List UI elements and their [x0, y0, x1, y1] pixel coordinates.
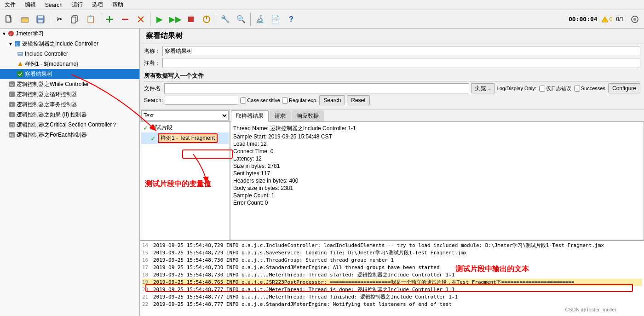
menu-item-options[interactable]: 选项 — [89, 0, 106, 10]
result-tree: ✓ 测试片段 ✓ 样例1 - Test Fragment — [140, 122, 230, 240]
tree-item-include-ctrl-label: Include Controller — [25, 51, 68, 57]
log-area[interactable]: 142019-09-25 15:54:48,729 INFO o.a.j.c.I… — [140, 240, 644, 316]
toolbar-shutdown-btn[interactable] — [199, 12, 214, 27]
log-line: 202019-09-25 15:54:48,777 INFO o.a.j.t.J… — [142, 286, 642, 293]
toolbar-add-btn[interactable] — [102, 12, 117, 27]
sep1 — [50, 13, 50, 26]
expand-arrow: ▼ — [2, 31, 6, 36]
toolbar-script-btn[interactable]: 🔧 — [218, 12, 233, 27]
svg-rect-14 — [188, 17, 194, 22]
tree-item-root[interactable]: ▼ J Jmeter学习 — [0, 29, 139, 39]
successes-checkbox-label[interactable]: Successes — [574, 86, 605, 92]
toolbar-open-btn[interactable] — [17, 12, 32, 27]
sep3 — [150, 13, 150, 26]
tree-item-loop[interactable]: L 逻辑控制器之循环控制器 — [0, 89, 139, 99]
toolbar-help-btn[interactable]: ? — [284, 12, 299, 27]
case-sensitive-checkbox[interactable] — [240, 98, 246, 103]
menu-item-help[interactable]: 帮助 — [109, 0, 126, 10]
toolbar-template-btn[interactable]: 📄 — [268, 12, 283, 27]
search-button[interactable]: Search — [319, 95, 345, 105]
toolbar-save-btn[interactable] — [33, 12, 48, 27]
menu-item-file[interactable]: 文件 — [2, 0, 18, 10]
svg-text:T: T — [10, 103, 12, 107]
svg-text:CS: CS — [10, 124, 15, 127]
file-row: 文件名 浏览... Log/Display Only: 仅日志错误 Succes… — [144, 83, 640, 93]
tree-item-sampler-label: 样例1 - ${modename} — [25, 60, 78, 68]
sep2 — [100, 13, 100, 26]
critical-icon: CS — [8, 121, 16, 128]
toolbar-clear-btn[interactable] — [133, 12, 148, 27]
tree-item-foreach-label: 逻辑控制器之ForEach控制器 — [17, 131, 87, 139]
tree-item-foreach[interactable]: FE 逻辑控制器之ForEach控制器 — [0, 130, 139, 140]
search-input[interactable] — [165, 96, 238, 105]
toolbar-function-btn[interactable]: 🔬 — [253, 12, 267, 27]
toolbar-start-no-pause-btn[interactable]: ▶▶ — [168, 12, 183, 27]
toolbar-stop-btn[interactable] — [184, 12, 198, 27]
content-area: Text JSON XML HTML Regexp Tester ✓ 测试片段 — [140, 109, 644, 240]
type-selector: Text JSON XML HTML Regexp Tester — [140, 109, 230, 122]
tree-item-while[interactable]: W 逻辑控制器之While Controller — [0, 79, 139, 89]
toolbar-start-btn[interactable]: ▶ — [152, 12, 167, 27]
menu-bar: 文件 编辑 Search 运行 选项 帮助 — [0, 0, 644, 10]
toolbar-new-btn[interactable] — [2, 12, 17, 27]
check-icon-0: ✓ — [143, 124, 149, 132]
tree-item-critical[interactable]: CS 逻辑控制器之Critical Section Controller？ — [0, 120, 139, 130]
type-select[interactable]: Text JSON XML HTML Regexp Tester — [141, 110, 229, 121]
result-item-0[interactable]: ✓ 测试片段 — [141, 123, 229, 132]
log-num: 18 — [142, 271, 153, 279]
tree-item-include-group[interactable]: ▼ C 逻辑控制器之Include Controller — [0, 39, 139, 49]
errors-checkbox[interactable] — [539, 86, 545, 92]
tab-sampler-result[interactable]: 取样器结果 — [231, 110, 269, 122]
result-item-1[interactable]: ✓ 样例1 - Test Fragment — [141, 132, 229, 144]
menu-item-edit[interactable]: 编辑 — [22, 0, 39, 10]
while-icon: W — [8, 80, 16, 88]
foreach-icon: FE — [8, 131, 16, 138]
log-num: 16 — [142, 257, 153, 264]
name-input[interactable] — [162, 46, 640, 56]
log-line: 192019-09-25 15:54:48,765 INFO o.a.j.e.J… — [142, 279, 642, 286]
toolbar-remove-btn[interactable] — [118, 12, 132, 27]
menu-item-run[interactable]: 运行 — [69, 0, 86, 10]
tab-request[interactable]: 请求 — [270, 110, 291, 121]
menu-item-search[interactable]: Search — [42, 1, 65, 9]
tree-item-transaction[interactable]: T 逻辑控制器之事务控制器 — [0, 99, 139, 109]
tree-item-if[interactable]: If 逻辑控制器之如果 (If) 控制器 — [0, 109, 139, 120]
toolbar-remote-start-btn[interactable]: 🔍 — [234, 12, 248, 27]
log-num: 22 — [142, 301, 153, 308]
transaction-icon: T — [8, 101, 16, 108]
log-display-label: Log/Display Only: — [497, 86, 536, 91]
tree-item-view-results[interactable]: 察看结果树 — [0, 69, 139, 79]
tree-item-include-ctrl[interactable]: Include Controller — [0, 49, 139, 59]
browse-button[interactable]: 浏览... — [471, 83, 495, 93]
detail-tabs: 取样器结果 请求 响应数据 — [230, 109, 644, 122]
toolbar-paste-btn[interactable]: 📋 — [83, 12, 98, 27]
detail-line-10: Error Count: 0 — [233, 200, 641, 206]
file-input[interactable] — [164, 83, 469, 93]
log-line: 152019-09-25 15:54:48,729 INFO o.a.j.s.S… — [142, 249, 642, 257]
tree-item-sampler[interactable]: 样例1 - ${modename} — [0, 59, 139, 69]
errors-checkbox-label[interactable]: 仅日志错误 — [539, 85, 571, 92]
comment-input[interactable] — [162, 58, 640, 68]
tab-response[interactable]: 响应数据 — [292, 110, 324, 121]
section-title: 所有数据写入一个文件 — [144, 70, 640, 81]
log-text: 2019-09-25 15:54:48,765 INFO o.a.j.e.JSR… — [153, 279, 642, 286]
tree-item-critical-label: 逻辑控制器之Critical Section Controller？ — [17, 121, 117, 129]
log-num: 20 — [142, 286, 153, 293]
log-line: 142019-09-25 15:54:48,729 INFO o.a.j.c.I… — [142, 242, 642, 249]
toolbar-settings-btn[interactable] — [627, 12, 642, 27]
regex-checkbox[interactable] — [282, 98, 288, 103]
tree-item-transaction-label: 逻辑控制器之事务控制器 — [17, 101, 77, 109]
configure-button[interactable]: Configure — [608, 83, 640, 93]
reset-button[interactable]: Reset — [347, 95, 369, 105]
case-sensitive-label[interactable]: Case sensitive — [240, 98, 280, 103]
toolbar-cut-btn[interactable]: ✂ — [52, 12, 67, 27]
regex-label[interactable]: Regular exp. — [282, 98, 317, 103]
expand-arrow-2: ▼ — [8, 41, 13, 46]
toolbar-copy-btn[interactable] — [68, 12, 82, 27]
detail-line-2: Load time: 12 — [233, 141, 641, 147]
log-text: 2019-09-25 15:54:48,730 INFO o.a.j.e.Sta… — [153, 264, 642, 271]
log-num: 19 — [142, 279, 153, 286]
log-options: Log/Display Only: 仅日志错误 Successes Config… — [497, 83, 640, 93]
successes-checkbox[interactable] — [574, 86, 580, 92]
jmeter-icon: J — [7, 30, 15, 37]
